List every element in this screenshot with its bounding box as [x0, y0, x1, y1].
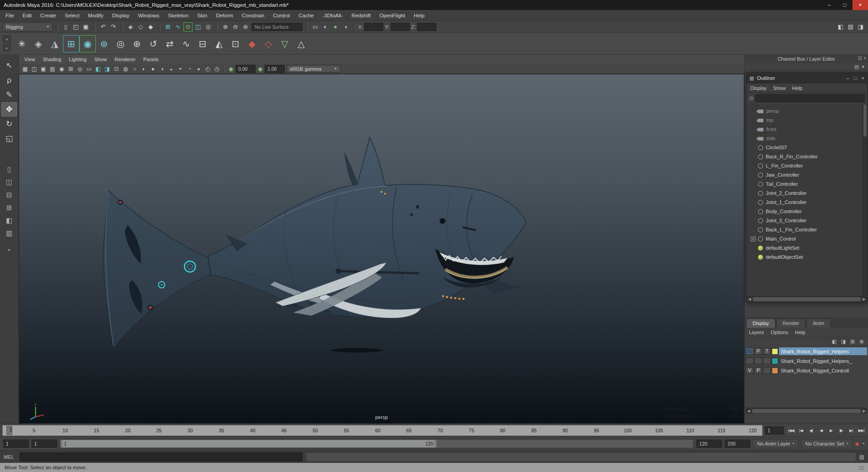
- select-by-component-icon[interactable]: ◆: [146, 22, 155, 31]
- menu-item[interactable]: Deform: [216, 13, 233, 18]
- viewport-toolbar-icon[interactable]: ⊡: [112, 65, 120, 73]
- exposure-toggle-icon[interactable]: ◉: [227, 66, 235, 72]
- scroll-right-icon[interactable]: ▶: [861, 297, 867, 301]
- layer-color-swatch[interactable]: [772, 358, 778, 364]
- go-to-end-button[interactable]: ▶▶|: [857, 426, 866, 435]
- layer-editor-tab[interactable]: Render: [776, 319, 805, 328]
- layer-display-type-toggle[interactable]: T: [763, 348, 771, 355]
- outliner-item[interactable]: Joint_1_Controller: [747, 198, 863, 207]
- outliner-item[interactable]: defaultObjectSet: [747, 252, 863, 262]
- menu-item[interactable]: Edit: [23, 13, 32, 18]
- outliner-menu-item[interactable]: Display: [750, 85, 767, 91]
- viewport-toolbar-icon[interactable]: ◒: [167, 65, 175, 73]
- command-language-toggle[interactable]: MEL: [4, 454, 16, 460]
- scale-tool[interactable]: ◱: [1, 131, 17, 146]
- layer-editor-menu-item[interactable]: Layers: [749, 330, 764, 335]
- outliner-titlebar[interactable]: ▦ Outliner – □ ×: [747, 73, 867, 84]
- shelf-tool-icon[interactable]: ◉: [79, 35, 96, 52]
- dock-expand-icon[interactable]: ⊡: [858, 56, 862, 61]
- layer-color-swatch[interactable]: [772, 367, 778, 374]
- y-input[interactable]: [391, 23, 410, 31]
- layout-two-panes-stacked-button[interactable]: ⊟: [2, 189, 16, 201]
- viewport-toolbar-icon[interactable]: ◕: [194, 65, 203, 73]
- auto-keyframe-icon[interactable]: ◆: [855, 441, 859, 447]
- gamma-field[interactable]: [265, 65, 285, 73]
- viewport-toolbar-icon[interactable]: ◫: [30, 65, 38, 73]
- go-to-start-button[interactable]: |◀◀: [786, 426, 795, 435]
- outliner-close-button[interactable]: ×: [862, 75, 864, 81]
- menu-item[interactable]: Modify: [88, 13, 104, 18]
- menu-item[interactable]: OpenFlight: [379, 13, 405, 18]
- anim-layer-select[interactable]: No Anim Layer ▾: [753, 439, 798, 448]
- gamma-toggle-icon[interactable]: ◉: [256, 66, 264, 72]
- playback-start-field[interactable]: [31, 440, 57, 448]
- layer-editor-horizontal-scrollbar[interactable]: ◀ ▶: [746, 408, 867, 414]
- outliner-item[interactable]: Jaw_Controller: [747, 170, 863, 179]
- range-slider-bar[interactable]: 1 120: [60, 440, 437, 448]
- outliner-item[interactable]: Joint_2_Controller: [747, 189, 863, 198]
- make-live-icon[interactable]: ◎: [204, 22, 213, 31]
- layout-three-panes-left-button[interactable]: ◧: [2, 215, 16, 226]
- viewport-toolbar-icon[interactable]: ●: [149, 65, 157, 73]
- ipr-render-icon[interactable]: ●: [331, 22, 340, 31]
- viewport-toolbar-icon[interactable]: ◷: [213, 65, 221, 73]
- layer-display-type-toggle[interactable]: [763, 357, 771, 364]
- group-divider[interactable]: [215, 22, 218, 31]
- panel-menu-item[interactable]: View: [24, 57, 35, 62]
- layout-single-pane-button[interactable]: ▯: [2, 163, 16, 175]
- shelf-tab-menu-button[interactable]: ▾: [3, 36, 11, 43]
- layer-name[interactable]: Shark_Robot_Rigged_Helpers_: [779, 357, 867, 365]
- scroll-right-icon[interactable]: ▶: [861, 409, 867, 413]
- layer-row[interactable]: P T Shark_Robot_Rigged_Helpers: [745, 346, 868, 356]
- shelf-tool-icon[interactable]: ⊡: [227, 35, 244, 52]
- rotate-tool[interactable]: ↻: [1, 117, 17, 131]
- shelf-tool-icon[interactable]: ◭: [211, 35, 227, 52]
- new-scene-icon[interactable]: ▯: [61, 22, 70, 31]
- expand-toggle[interactable]: +: [751, 236, 756, 241]
- shelf-tool-icon[interactable]: ⊕: [129, 35, 145, 52]
- layer-name[interactable]: Shark_Robot_Rigged_Helpers: [779, 347, 867, 355]
- layer-name[interactable]: Shark_Robot_Rigged_Controll: [779, 367, 867, 374]
- outliner-search-input[interactable]: [755, 94, 865, 102]
- move-tool[interactable]: ✥: [1, 102, 17, 116]
- outliner-item[interactable]: persp: [747, 106, 863, 115]
- construction-history-icon[interactable]: ⊛: [241, 22, 250, 31]
- layer-editor-menu-item[interactable]: Options: [771, 330, 788, 335]
- menu-item[interactable]: Display: [112, 13, 130, 18]
- layer-visibility-toggle[interactable]: [746, 348, 753, 355]
- dock-header[interactable]: Channel Box / Layer Editor ⊡×: [745, 55, 868, 63]
- viewport-toolbar-icon[interactable]: ◐: [140, 65, 148, 73]
- shelf-tool-icon[interactable]: ◆: [244, 35, 260, 52]
- minimize-button[interactable]: –: [821, 0, 837, 10]
- select-by-hierarchy-icon[interactable]: ◈: [126, 22, 135, 31]
- live-surface-field[interactable]: No Live Surface: [251, 23, 303, 31]
- viewport-toolbar-icon[interactable]: ◑: [158, 65, 166, 73]
- outliner-vertical-scrollbar[interactable]: [863, 104, 867, 296]
- group-divider[interactable]: [158, 22, 161, 31]
- menu-item[interactable]: Skeleton: [168, 13, 188, 18]
- playback-end-field[interactable]: [696, 440, 722, 448]
- panel-menu-item[interactable]: Lighting: [69, 57, 87, 62]
- toggle-attribute-editor-icon[interactable]: ◧: [836, 22, 845, 31]
- viewport-toolbar-icon[interactable]: ◓: [176, 65, 184, 73]
- step-forward-frame-button[interactable]: |▶: [837, 426, 846, 435]
- outliner-item[interactable]: Tail_Controller: [747, 179, 863, 189]
- viewport-toolbar-icon[interactable]: ▭: [85, 65, 93, 73]
- layer-row[interactable]: V P Shark_Robot_Rigged_Controll: [745, 366, 868, 375]
- layer-display-type-toggle[interactable]: [763, 367, 771, 374]
- toolbox-more-button[interactable]: ▾: [8, 247, 10, 252]
- command-input[interactable]: [20, 452, 303, 462]
- layer-move-up-icon[interactable]: ◧: [831, 338, 838, 346]
- input-connections-icon[interactable]: ⊕: [221, 22, 230, 31]
- current-time-field[interactable]: [765, 426, 784, 435]
- menu-item[interactable]: Help: [414, 13, 425, 18]
- toggle-channel-box-icon[interactable]: ◨: [856, 22, 865, 31]
- play-forwards-button[interactable]: ▶: [826, 426, 836, 435]
- open-render-view-icon[interactable]: ▭: [311, 22, 320, 31]
- layer-move-down-icon[interactable]: ◨: [840, 338, 847, 346]
- outliner-item[interactable]: L_Fin_Controller: [747, 161, 863, 170]
- layer-editor-menu-item[interactable]: Help: [795, 330, 805, 335]
- close-button[interactable]: ×: [852, 0, 868, 10]
- menu-item[interactable]: Skin: [197, 13, 207, 18]
- select-tool[interactable]: ↖: [1, 58, 17, 73]
